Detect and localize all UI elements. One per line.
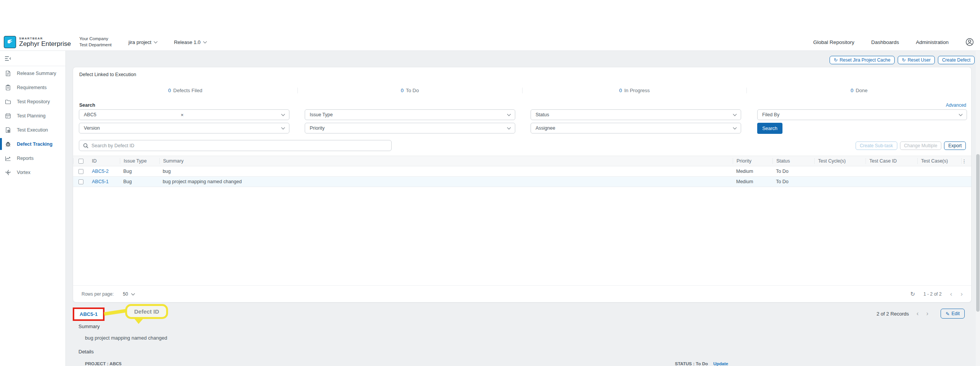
change-multiple-button[interactable]: Change Multiple [900, 142, 942, 150]
project-filter-dropdown[interactable]: ABC5 × [79, 109, 289, 120]
nav-dashboards[interactable]: Dashboards [871, 39, 899, 45]
defect-id-link[interactable]: ABC5-1 [88, 179, 120, 184]
advanced-search-link[interactable]: Advanced [946, 102, 966, 108]
table-row[interactable]: ABC5-2 Bug bug Medium To Do [73, 166, 971, 177]
column-test-cycles[interactable]: Test Cycle(s) [814, 158, 866, 164]
sidebar-item-defect-tracking[interactable]: Defect Tracking [0, 137, 65, 151]
sidebar-item-vortex[interactable]: Vortex [0, 165, 65, 179]
select-all-checkbox[interactable] [78, 159, 83, 164]
refresh-table-icon[interactable]: ↻ [910, 291, 915, 298]
pencil-icon: ✎ [946, 311, 949, 317]
reset-user-button[interactable]: ↻ Reset User [898, 56, 935, 64]
document-icon [5, 70, 11, 76]
row-checkbox[interactable] [78, 169, 83, 174]
folder-icon [5, 99, 11, 105]
details-section-label: Details [78, 349, 94, 355]
brand-logo[interactable]: SMARTBEAR Zephyr Enterprise [4, 36, 71, 48]
project-meta: PROJECT : ABC5 [85, 361, 121, 366]
user-account-icon[interactable] [965, 38, 974, 46]
row-checkbox[interactable] [78, 179, 83, 184]
app-header: SMARTBEAR Zephyr Enterprise Your Company… [0, 34, 980, 51]
column-status[interactable]: Status [773, 158, 814, 164]
sidebar: Release Summary Requirements Test Reposi… [0, 51, 66, 366]
vortex-icon [5, 169, 11, 176]
selected-defect-id-link[interactable]: ABC5-1 [80, 311, 98, 317]
scrollbar-track[interactable] [976, 51, 980, 366]
status-update-link[interactable]: Update [713, 361, 728, 366]
rows-per-page-label: Rows per page: [82, 291, 114, 297]
chart-icon [5, 155, 11, 161]
filed-by-dropdown[interactable]: Filed By [757, 109, 967, 120]
column-test-cases[interactable]: Test Case(s) [917, 158, 961, 164]
smartbear-label: SMARTBEAR [19, 37, 71, 40]
create-subtask-button[interactable]: Create Sub-task [856, 142, 897, 150]
search-button[interactable]: Search [757, 123, 782, 134]
search-icon [83, 143, 88, 148]
column-summary[interactable]: Summary [159, 158, 733, 164]
chevron-down-icon [733, 112, 737, 116]
defect-panel: Defect Linked to Execution 0Defects File… [73, 67, 972, 303]
table-header-row: ID Issue Type Summary Priority Status Te… [73, 156, 971, 166]
previous-page-icon[interactable]: ‹ [950, 291, 952, 297]
edit-button[interactable]: ✎ Edit [941, 309, 965, 319]
next-page-icon[interactable]: › [960, 291, 963, 297]
pagination-range: 1 - 2 of 2 [923, 291, 941, 297]
sidebar-item-reports[interactable]: Reports [0, 151, 65, 165]
search-section-label: Search [79, 102, 95, 108]
table-pagination: Rows per page: 50 ↻ 1 - 2 of 2 ‹ › [73, 285, 971, 302]
collapse-sidebar-icon[interactable] [5, 56, 11, 61]
records-count: 2 of 2 Records [877, 311, 909, 317]
previous-record-icon[interactable]: ‹ [916, 310, 918, 317]
defect-id-search-input[interactable] [91, 143, 387, 148]
sidebar-item-test-planning[interactable]: Test Planning [0, 109, 65, 123]
refresh-icon: ↻ [834, 57, 838, 63]
sidebar-item-test-execution[interactable]: Test Execution [0, 123, 65, 137]
company-info: Your Company Test Department [79, 36, 111, 48]
version-dropdown[interactable]: Version [79, 123, 289, 133]
rows-per-page-value[interactable]: 50 [123, 291, 128, 297]
stat-to-do: 0To Do [297, 88, 522, 93]
status-meta: STATUS : To DoUpdate [675, 361, 728, 366]
column-priority[interactable]: Priority [733, 158, 773, 164]
sidebar-item-release-summary[interactable]: Release Summary [0, 66, 65, 80]
chevron-down-icon [959, 112, 963, 116]
export-button[interactable]: Export [944, 142, 966, 150]
nav-global-repository[interactable]: Global Repository [813, 39, 854, 45]
panel-title: Defect Linked to Execution [79, 72, 136, 77]
assignee-dropdown[interactable]: Assignee [531, 123, 741, 133]
calendar-icon [5, 113, 11, 119]
sidebar-item-test-repository[interactable]: Test Repository [0, 94, 65, 109]
defect-stats: 0Defects Filed 0To Do 0In Progress 0Done [73, 83, 971, 98]
summary-value: bug project mapping named changed [85, 335, 167, 341]
next-record-icon[interactable]: › [926, 310, 928, 317]
issue-type-dropdown[interactable]: Issue Type [305, 109, 515, 120]
create-defect-button[interactable]: Create Defect [938, 56, 975, 64]
clipboard-icon [5, 85, 11, 91]
column-id[interactable]: ID [88, 158, 120, 164]
column-issue-type[interactable]: Issue Type [120, 158, 159, 164]
callout-label: Defect ID [134, 308, 159, 315]
release-selector[interactable]: Release 1.0 [174, 39, 206, 45]
nav-administration[interactable]: Administration [916, 39, 949, 45]
reset-jira-cache-button[interactable]: ↻ Reset Jira Project Cache [830, 56, 895, 64]
priority-dropdown[interactable]: Priority [305, 123, 515, 133]
chevron-down-icon [507, 112, 511, 116]
refresh-icon: ↻ [902, 57, 906, 63]
project-selector[interactable]: jira project [129, 39, 157, 45]
bug-icon [5, 141, 11, 147]
defect-id-callout: Defect ID [125, 304, 168, 319]
chevron-down-icon [507, 126, 511, 130]
column-options-icon[interactable]: ⋮ [961, 158, 971, 164]
product-name: Zephyr Enterprise [19, 41, 71, 47]
scrollbar-thumb[interactable] [976, 154, 980, 312]
zephyr-logo-icon [4, 36, 16, 48]
chevron-down-icon[interactable] [131, 291, 135, 295]
stat-in-progress: 0In Progress [522, 88, 747, 93]
defect-id-link[interactable]: ABC5-2 [88, 169, 120, 174]
chevron-down-icon [203, 40, 207, 44]
status-dropdown[interactable]: Status [531, 109, 741, 120]
table-row-selected[interactable]: ABC5-1 Bug bug project mapping named cha… [73, 177, 971, 187]
sidebar-item-requirements[interactable]: Requirements [0, 80, 65, 94]
column-test-case-id[interactable]: Test Case ID [866, 158, 917, 164]
clear-filter-icon[interactable]: × [181, 112, 184, 118]
